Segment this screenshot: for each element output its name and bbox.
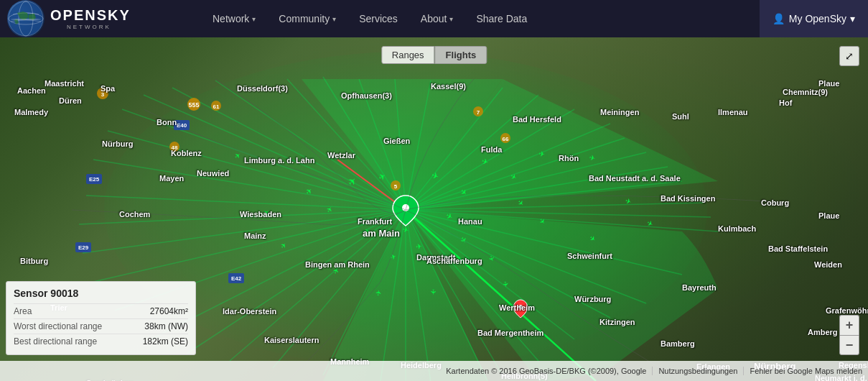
svg-text:66: 66: [503, 136, 509, 142]
svg-line-31: [406, 210, 538, 361]
label-bamberg: Bamberg: [661, 339, 695, 348]
label-bingen: Bingen am Rhein: [305, 260, 370, 269]
nav-community[interactable]: Community ▾: [267, 0, 347, 37]
label-idaroberstein: Idar-Oberstein: [223, 307, 276, 316]
svg-text:✈: ✈: [444, 211, 454, 221]
label-spa: Spa: [101, 84, 115, 93]
svg-text:✈: ✈: [516, 198, 526, 208]
svg-point-98: [391, 180, 401, 190]
my-opensky-arrow: ▾: [850, 13, 855, 24]
svg-text:✈: ✈: [588, 153, 596, 162]
svg-line-27: [406, 210, 682, 275]
nav-about[interactable]: About ▾: [409, 0, 465, 37]
label-hof: Hof: [779, 98, 792, 107]
sensor-worst-row: Worst directional range 38km (NW): [14, 318, 188, 334]
label-kaiserslautern: Kaiserslautern: [264, 336, 319, 344]
svg-text:E29: E29: [78, 244, 89, 251]
attribution-bar: Kartendaten © 2016 GeoBasis-DE/BKG (©200…: [0, 361, 868, 381]
label-opfhausen: Opfhausen(3): [341, 91, 392, 100]
attribution-error[interactable]: Fehler bei Google Maps melden: [743, 367, 868, 375]
label-bad-mergentheim: Bad Mergentheim: [477, 329, 543, 337]
svg-text:✈: ✈: [261, 208, 272, 219]
svg-line-12: [323, 77, 406, 210]
logo-globe: [7, 0, 45, 37]
svg-line-36: [381, 210, 406, 381]
svg-text:7: 7: [477, 109, 480, 116]
logo-text: OPENSKY: [50, 7, 131, 24]
svg-line-13: [359, 79, 406, 210]
svg-text:✈: ✈: [401, 225, 409, 234]
flights-toggle[interactable]: Flights: [435, 46, 487, 64]
label-bad-kissingen: Bad Kissingen: [661, 194, 715, 203]
svg-line-30: [406, 210, 574, 339]
label-neuwied: Neuwied: [197, 169, 229, 178]
nav-network[interactable]: Network ▾: [201, 0, 267, 37]
svg-line-8: [215, 81, 406, 210]
label-hanau: Hanau: [458, 217, 482, 226]
svg-line-5: [144, 95, 406, 210]
label-darmstadt: Darmstadt: [416, 253, 455, 262]
svg-rect-86: [86, 174, 102, 184]
map-toggles: Ranges Flights: [381, 46, 487, 64]
svg-text:✈: ✈: [458, 235, 469, 245]
label-frankfurt: Frankfurt: [358, 217, 392, 226]
label-chemnitz: Chemnitz(9): [783, 88, 828, 96]
svg-point-92: [97, 88, 108, 99]
svg-text:✈: ✈: [509, 172, 518, 182]
svg-point-90: [187, 98, 200, 111]
svg-text:E40: E40: [177, 122, 187, 129]
label-kassel: Kassel(9): [431, 82, 466, 91]
sensor-worst-label: Worst directional range: [14, 321, 102, 331]
svg-point-100: [473, 106, 483, 116]
svg-point-102: [500, 133, 510, 143]
svg-line-22: [406, 167, 668, 210]
label-wertheim: Wertheim: [499, 303, 535, 312]
label-malmedy: Malmedy: [14, 108, 48, 116]
svg-line-16: [406, 88, 503, 210]
sensor-best-value: 182km (SE): [143, 336, 188, 346]
zoom-out-button[interactable]: −: [839, 335, 859, 355]
svg-text:✈: ✈: [363, 226, 372, 237]
svg-text:3: 3: [101, 91, 105, 98]
label-wetzlar: Wetzlar: [327, 151, 355, 160]
label-plaue: Plaue: [818, 211, 839, 220]
map-container[interactable]: ✈ ✈ ✈ ✈ ✈ ✈ ✈ ✈ ✈ ✈ ✈ ✈ ✈ ✈ ✈ ✈ ✈ ✈ ✈ ✈: [0, 37, 868, 381]
svg-line-34: [406, 210, 431, 381]
attribution-terms[interactable]: Nutzungsbedingungen: [652, 367, 743, 375]
label-rhon: Rhön: [559, 154, 579, 162]
svg-line-47: [337, 160, 406, 210]
svg-line-7: [172, 88, 406, 210]
svg-text:✈: ✈: [325, 206, 335, 214]
svg-line-29: [406, 210, 610, 318]
svg-text:E25: E25: [89, 176, 100, 183]
label-lichtenfels: Bad Staffelstein: [768, 244, 828, 253]
zoom-controls: + −: [839, 315, 859, 355]
svg-rect-84: [75, 242, 91, 252]
svg-line-37: [323, 210, 406, 375]
label-amberg: Amberg: [808, 328, 838, 336]
svg-point-94: [211, 101, 221, 111]
label-aschaffenburg: Aschaffenburg: [426, 257, 482, 265]
svg-line-10: [93, 160, 406, 210]
svg-line-17: [406, 95, 538, 210]
logo-area: OPENSKY NETWORK: [0, 0, 201, 37]
svg-line-11: [287, 79, 406, 210]
svg-point-50: [402, 204, 409, 211]
label-kitzingen: Kitzingen: [599, 318, 635, 326]
nav-share-data[interactable]: Share Data: [465, 0, 538, 37]
label-grafenwohn: Grafenwöhr: [826, 306, 868, 315]
svg-line-28: [406, 210, 646, 303]
nav-links: Network ▾ Community ▾ Services About ▾ S…: [201, 0, 760, 37]
fullscreen-button[interactable]: ⤢: [839, 46, 859, 66]
navbar: OPENSKY NETWORK Network ▾ Community ▾ Se…: [0, 0, 868, 37]
svg-text:✈: ✈: [645, 219, 654, 229]
ranges-toggle[interactable]: Ranges: [381, 46, 435, 64]
svg-line-9: [108, 131, 406, 210]
label-limburgahn: Limburg a. d. Lahn: [244, 156, 314, 165]
svg-text:✈: ✈: [279, 241, 289, 250]
zoom-in-button[interactable]: +: [839, 315, 859, 335]
nav-services[interactable]: Services: [347, 0, 409, 37]
my-opensky-button[interactable]: 👤 My OpenSky ▾: [760, 0, 868, 37]
label-mainz: Mainz: [244, 231, 266, 240]
svg-line-45: [79, 210, 406, 224]
